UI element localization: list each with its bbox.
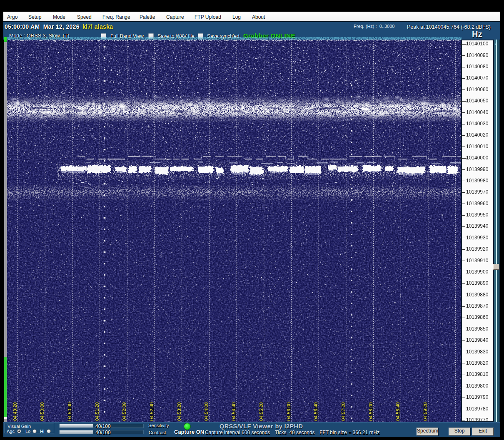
- svg-text:04:52:40: 04:52:40: [149, 402, 154, 421]
- svg-text:04:50:40: 04:50:40: [67, 402, 72, 421]
- svg-text:04:57:20: 04:57:20: [341, 402, 346, 421]
- svg-text:04:58:40: 04:58:40: [395, 402, 400, 421]
- svg-text:04:50:00: 04:50:00: [40, 402, 45, 421]
- svg-text:04:56:40: 04:56:40: [313, 402, 318, 421]
- svg-text:04:54:00: 04:54:00: [204, 402, 209, 421]
- svg-text:04:52:00: 04:52:00: [122, 402, 127, 421]
- svg-text:04:59:20: 04:59:20: [423, 402, 428, 421]
- svg-text:04:51:20: 04:51:20: [95, 402, 100, 421]
- svg-text:04:58:00: 04:58:00: [368, 402, 373, 421]
- svg-text:04:56:00: 04:56:00: [286, 402, 291, 421]
- svg-text:04:55:20: 04:55:20: [259, 402, 264, 421]
- svg-text:04:53:20: 04:53:20: [177, 402, 182, 421]
- svg-text:04:49:20: 04:49:20: [12, 402, 17, 421]
- svg-text:04:54:40: 04:54:40: [231, 402, 236, 421]
